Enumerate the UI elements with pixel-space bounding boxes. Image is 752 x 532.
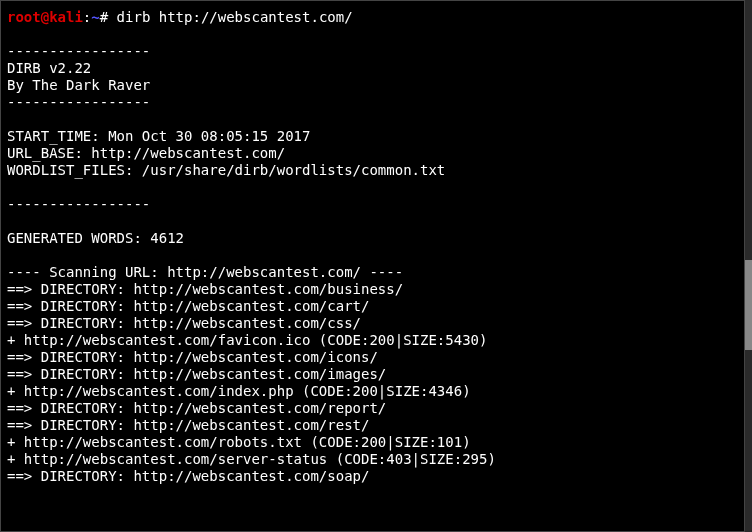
output-result-line: + http://webscantest.com/favicon.ico (CO…	[7, 332, 738, 349]
output-separator: -----------------	[7, 94, 738, 111]
output-wordlist: WORDLIST_FILES: /usr/share/dirb/wordlist…	[7, 162, 738, 179]
output-result-line: ==> DIRECTORY: http://webscantest.com/so…	[7, 468, 738, 485]
output-result-line: ==> DIRECTORY: http://webscantest.com/ic…	[7, 349, 738, 366]
blank-line	[7, 111, 738, 128]
output-result-line: ==> DIRECTORY: http://webscantest.com/bu…	[7, 281, 738, 298]
prompt-path: ~	[91, 9, 99, 25]
output-generated-words: GENERATED WORDS: 4612	[7, 230, 738, 247]
output-start-time: START_TIME: Mon Oct 30 08:05:15 2017	[7, 128, 738, 145]
scrollbar-track[interactable]	[745, 0, 752, 532]
output-result-line: ==> DIRECTORY: http://webscantest.com/cs…	[7, 315, 738, 332]
prompt-line: root@kali:~# dirb http://webscantest.com…	[7, 9, 738, 26]
output-version: DIRB v2.22	[7, 60, 738, 77]
output-url-base: URL_BASE: http://webscantest.com/	[7, 145, 738, 162]
scrollbar-thumb[interactable]	[745, 260, 752, 350]
output-result-line: ==> DIRECTORY: http://webscantest.com/im…	[7, 366, 738, 383]
output-result-line: ==> DIRECTORY: http://webscantest.com/re…	[7, 417, 738, 434]
output-result-line: + http://webscantest.com/server-status (…	[7, 451, 738, 468]
prompt-user: root@kali	[7, 9, 83, 25]
blank-line	[7, 179, 738, 196]
blank-line	[7, 26, 738, 43]
output-result-line: ==> DIRECTORY: http://webscantest.com/re…	[7, 400, 738, 417]
blank-line	[7, 247, 738, 264]
terminal-window[interactable]: root@kali:~# dirb http://webscantest.com…	[0, 0, 745, 532]
output-author: By The Dark Raver	[7, 77, 738, 94]
output-scanning-header: ---- Scanning URL: http://webscantest.co…	[7, 264, 738, 281]
output-separator: -----------------	[7, 43, 738, 60]
output-result-line: ==> DIRECTORY: http://webscantest.com/ca…	[7, 298, 738, 315]
blank-line	[7, 213, 738, 230]
output-separator: -----------------	[7, 196, 738, 213]
prompt-symbol: #	[100, 9, 108, 25]
output-result-line: + http://webscantest.com/index.php (CODE…	[7, 383, 738, 400]
output-result-line: + http://webscantest.com/robots.txt (COD…	[7, 434, 738, 451]
command-input[interactable]: dirb http://webscantest.com/	[117, 9, 353, 25]
